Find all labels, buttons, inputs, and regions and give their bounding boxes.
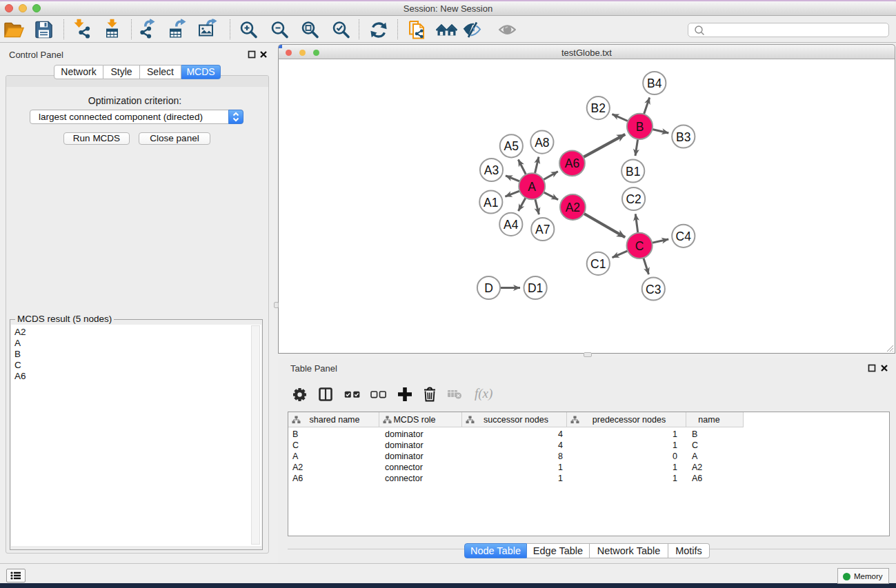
svg-text:C2: C2 bbox=[626, 192, 641, 206]
svg-text:B1: B1 bbox=[626, 165, 640, 179]
svg-text:A: A bbox=[528, 180, 536, 194]
svg-text:C1: C1 bbox=[590, 257, 606, 271]
svg-text:A6: A6 bbox=[565, 156, 579, 170]
svg-text:B2: B2 bbox=[591, 101, 606, 115]
svg-text:A7: A7 bbox=[535, 223, 550, 236]
svg-text:D1: D1 bbox=[528, 281, 543, 295]
svg-text:A3: A3 bbox=[484, 163, 499, 177]
svg-text:C4: C4 bbox=[676, 230, 692, 243]
svg-text:A8: A8 bbox=[535, 136, 549, 150]
svg-text:B: B bbox=[636, 120, 644, 134]
svg-text:B3: B3 bbox=[676, 130, 690, 144]
svg-text:A5: A5 bbox=[504, 139, 519, 153]
svg-text:C3: C3 bbox=[646, 283, 661, 296]
svg-text:A4: A4 bbox=[504, 218, 519, 232]
svg-text:A2: A2 bbox=[566, 201, 580, 214]
svg-text:D: D bbox=[484, 281, 493, 295]
svg-text:A1: A1 bbox=[484, 196, 498, 210]
svg-text:B4: B4 bbox=[647, 77, 662, 90]
svg-text:C: C bbox=[635, 239, 644, 253]
